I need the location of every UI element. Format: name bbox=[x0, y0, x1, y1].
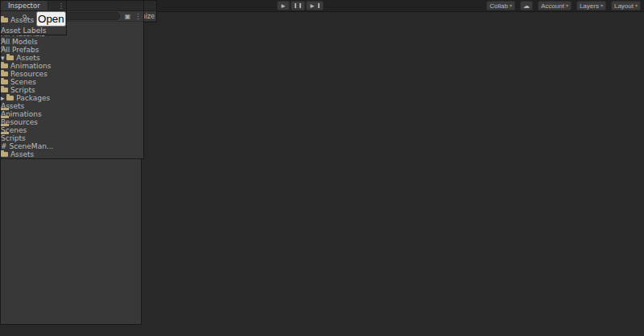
tree-item-packages[interactable]: ▸ Packages bbox=[1, 94, 143, 102]
pause-icon bbox=[299, 3, 301, 8]
asset-folder-scenes[interactable]: Scenes bbox=[1, 126, 143, 134]
asset-label: Scripts bbox=[1, 134, 26, 142]
folder-label: Resources bbox=[10, 70, 47, 78]
asset-labels-footer[interactable]: Asset Labels bbox=[1, 27, 66, 35]
collab-label: Collab bbox=[489, 2, 508, 10]
folder-icon bbox=[1, 152, 8, 157]
play-icon: ► bbox=[280, 2, 287, 10]
inspector-selection-row: Assets Open bbox=[1, 11, 66, 27]
account-label: Account bbox=[541, 2, 564, 10]
layers-dropdown[interactable]: Layers▾ bbox=[576, 1, 606, 10]
tabstrip-filler bbox=[48, 1, 56, 10]
asset-folder-resources[interactable]: Resources bbox=[1, 118, 143, 126]
project-footer: Assets bbox=[1, 150, 143, 158]
pause-icon bbox=[295, 3, 296, 8]
account-dropdown[interactable]: Account▾ bbox=[538, 1, 572, 10]
breadcrumb: Assets bbox=[10, 150, 34, 158]
folder-icon bbox=[1, 18, 8, 23]
lock-icon[interactable]: ▣ bbox=[124, 13, 132, 20]
favorite-all-prefabs[interactable]: All Prefabs bbox=[1, 46, 143, 54]
layout-dropdown[interactable]: Layout▾ bbox=[611, 1, 641, 10]
folder-icon bbox=[1, 72, 8, 76]
folder-label: Animations bbox=[10, 62, 52, 70]
play-button[interactable]: ► bbox=[277, 1, 290, 10]
chevron-collapsed-icon[interactable]: ▸ bbox=[1, 94, 5, 102]
folder-icon bbox=[6, 55, 14, 60]
inspector-tabstrip: Inspector ⋮ bbox=[1, 1, 66, 11]
tree-item-assets[interactable]: ▾ Assets bbox=[1, 54, 143, 62]
step-button[interactable]: ► bbox=[306, 1, 324, 10]
cloud-button[interactable]: ☁ bbox=[520, 1, 533, 10]
chevron-expanded-icon[interactable]: ▾ bbox=[1, 54, 5, 62]
tree-item-animations[interactable]: Animations bbox=[1, 62, 143, 70]
menu-icon[interactable]: ⋮ bbox=[56, 1, 66, 10]
folder-icon bbox=[1, 64, 8, 68]
chevron-down-icon: ▾ bbox=[635, 2, 638, 10]
chevron-down-icon: ▾ bbox=[601, 2, 603, 10]
folder-label: Scenes bbox=[10, 78, 36, 86]
asset-folder-scripts[interactable]: Scripts bbox=[1, 134, 143, 142]
step-icon: ► bbox=[309, 2, 316, 10]
favorite-all-models[interactable]: All Models bbox=[1, 38, 143, 46]
tree-item-resources[interactable]: Resources bbox=[1, 70, 143, 78]
chevron-down-icon: ▾ bbox=[566, 2, 568, 10]
pause-button[interactable] bbox=[291, 1, 305, 10]
step-bar-icon bbox=[318, 3, 320, 8]
asset-grid-header: Assets bbox=[1, 102, 143, 110]
folder-icon bbox=[6, 96, 14, 100]
layout-label: Layout bbox=[614, 2, 634, 10]
folder-label: Scripts bbox=[10, 86, 35, 94]
menu-icon[interactable]: ⋮ bbox=[134, 13, 142, 20]
tab-inspector[interactable]: Inspector bbox=[1, 1, 48, 10]
unity-editor-window: ◉ ⊕ ↻ ◱ ▭ ◈ ⊙ Center ◎ Local ► ► Collab▾… bbox=[0, 0, 644, 336]
open-button[interactable]: Open bbox=[36, 11, 66, 27]
assets-label: Assets bbox=[16, 54, 39, 62]
collab-dropdown[interactable]: Collab▾ bbox=[486, 1, 515, 10]
asset-labels-label: Asset Labels bbox=[1, 27, 46, 35]
asset-script-scenemanager[interactable]: # SceneMan... bbox=[1, 142, 143, 150]
asset-label: SceneMan... bbox=[9, 142, 53, 150]
asset-folder-animations[interactable]: Animations bbox=[1, 110, 143, 118]
folder-icon bbox=[1, 88, 8, 92]
project-asset-grid-pane: Assets Animations Resources Scenes Scrip… bbox=[1, 102, 143, 150]
cloud-icon: ☁ bbox=[523, 2, 530, 10]
csharp-script-icon: # bbox=[1, 142, 7, 150]
tree-item-scenes[interactable]: Scenes bbox=[1, 78, 143, 86]
layers-label: Layers bbox=[580, 2, 599, 10]
asset-grid: Animations Resources Scenes Scripts # Sc… bbox=[1, 110, 143, 150]
play-controls: ► ► bbox=[277, 1, 324, 10]
search-icon bbox=[23, 14, 27, 18]
packages-label: Packages bbox=[16, 94, 50, 102]
folder-icon bbox=[1, 80, 8, 84]
inspector-panel: Inspector ⋮ Assets Open Asset Labels bbox=[0, 0, 67, 35]
tree-item-scripts[interactable]: Scripts bbox=[1, 86, 143, 94]
toolbar-right-menus: Collab▾ ☁ Account▾ Layers▾ Layout▾ bbox=[486, 1, 641, 10]
chevron-down-icon: ▾ bbox=[510, 2, 512, 10]
